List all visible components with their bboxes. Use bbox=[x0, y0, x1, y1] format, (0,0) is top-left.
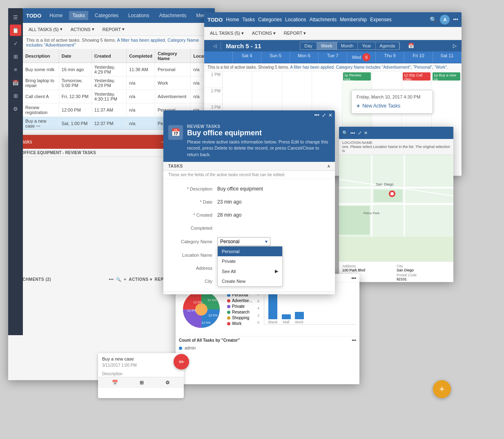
tooltip-add-btn[interactable]: + New Active Tasks bbox=[357, 103, 428, 109]
attachments-more-icon[interactable]: ••• bbox=[109, 277, 114, 282]
mobile-settings-icon[interactable]: ⚙ bbox=[165, 380, 170, 385]
modal-close-icon[interactable]: ✕ bbox=[328, 112, 332, 118]
field-label-location: Location Name bbox=[168, 253, 217, 258]
dropdown-item-private[interactable]: Private bbox=[218, 256, 282, 266]
cal-nav-tasks[interactable]: Tasks bbox=[242, 17, 255, 22]
cal-actions-btn[interactable]: ACTIONS ▾ bbox=[250, 30, 278, 37]
nav-attachments[interactable]: Attachments bbox=[156, 11, 190, 20]
category-value: Personal bbox=[220, 239, 239, 244]
nav-tasks[interactable]: Tasks bbox=[69, 11, 88, 20]
cal-more-icon[interactable]: ••• bbox=[453, 17, 458, 22]
tasks-sub-title-bar: ← Tasks — □ ✕ bbox=[8, 135, 180, 149]
map-expand-icon[interactable]: ⤢ bbox=[358, 130, 361, 136]
map-more-icon[interactable]: ••• bbox=[350, 130, 355, 135]
col-category: Category Name bbox=[155, 49, 191, 63]
table-row[interactable]: Bring laptop to repair Tomorrow, 5:00 PM… bbox=[23, 76, 215, 90]
sidebar-icon-tasks[interactable]: 📋 bbox=[10, 25, 21, 36]
add-fab-button[interactable]: + bbox=[433, 380, 451, 398]
attachments-actions-btn[interactable]: ACTIONS ▾ bbox=[129, 277, 152, 282]
cal-all-tasks-btn[interactable]: ALL TASKS (5) ▾ bbox=[207, 30, 246, 37]
creator-chart-legend: admin bbox=[176, 344, 359, 352]
chart-more-icon[interactable]: ••• bbox=[351, 275, 356, 280]
screenshot-container: ☰ 📋 ✓ ⊞ ≡ 📅 ⊞ ⚙ TODO Home Tasks Categori… bbox=[0, 0, 504, 439]
modal-section-header: TASKS ∧ bbox=[163, 162, 335, 171]
sidebar-icon-menu[interactable]: ☰ bbox=[10, 11, 21, 23]
modal-section-label: TASKS bbox=[168, 164, 183, 168]
table-row[interactable]: Call client A Fri, 12:30 PM Yesterday, 4… bbox=[23, 90, 215, 103]
sidebar-icon-list[interactable]: ≡ bbox=[10, 64, 21, 75]
category-dropdown[interactable]: Personal ▾ bbox=[217, 237, 270, 246]
sidebar-icon-calendar[interactable]: 📅 bbox=[10, 77, 21, 88]
cal-event-review[interactable]: 1p Review regi... bbox=[343, 72, 371, 81]
mobile-item-date: 3/11/2017 1:00 PM bbox=[98, 363, 184, 371]
cal-nav-categories[interactable]: Categories bbox=[258, 17, 282, 22]
nav-locations[interactable]: Locations bbox=[125, 11, 152, 20]
field-label-address: Address bbox=[168, 266, 217, 271]
cal-day-sat4: Sat 4 bbox=[233, 52, 261, 63]
report-btn[interactable]: REPORT ▾ bbox=[100, 26, 127, 33]
attachments-search-icon[interactable]: 🔍 bbox=[116, 277, 121, 282]
cal-view-day[interactable]: Day bbox=[300, 42, 317, 49]
cal-nav-membership[interactable]: Membership bbox=[340, 17, 367, 22]
add-icon: + bbox=[439, 384, 445, 394]
cal-avatar: A bbox=[440, 15, 450, 25]
nav-home[interactable]: Home bbox=[46, 11, 66, 20]
svg-text:37.5%: 37.5% bbox=[207, 298, 217, 302]
cal-filter-link[interactable]: A filter has been applied. Category Name… bbox=[290, 65, 448, 69]
cal-nav-locations[interactable]: Locations bbox=[285, 17, 306, 22]
edit-fab-button[interactable]: ✏ bbox=[174, 354, 189, 370]
dropdown-item-create-new[interactable]: Create New bbox=[218, 276, 282, 286]
sidebar-icon-grid[interactable]: ⊞ bbox=[10, 51, 21, 62]
modal-body: * Description Buy office equipment * Dat… bbox=[163, 179, 335, 291]
cal-nav-expenses[interactable]: Expenses bbox=[370, 17, 392, 22]
actions-btn[interactable]: ACTIONS ▾ bbox=[68, 26, 97, 33]
cal-nav-attachments[interactable]: Attachments bbox=[309, 17, 337, 22]
category-dropdown-wrapper: Personal ▾ Personal Private See All ▶ Cr… bbox=[217, 237, 270, 246]
legend-shopping: Shopping bbox=[227, 316, 252, 320]
svg-text:San: San bbox=[376, 182, 382, 186]
sidebar-icon-apps[interactable]: ⊞ bbox=[10, 90, 21, 101]
cal-view-month[interactable]: Month bbox=[337, 42, 358, 49]
svg-text:12.5%: 12.5% bbox=[201, 321, 211, 325]
legend-dot-work bbox=[227, 322, 230, 325]
field-label-description: * Description bbox=[168, 186, 217, 191]
table-row[interactable]: Buy some milk 16 min ago Yesterday, 4:29… bbox=[23, 63, 215, 76]
field-label-completed: Completed bbox=[168, 226, 217, 231]
mobile-grid-icon[interactable]: ⊞ bbox=[140, 380, 144, 385]
cal-event-buy[interactable]: 1p Buy a new ca bbox=[433, 72, 460, 81]
cal-prev-btn[interactable]: ◁ bbox=[209, 42, 221, 50]
mobile-calendar-icon[interactable]: 📅 bbox=[112, 380, 118, 385]
review-tasks-modal: ••• ⤢ ✕ 📅 REVIEW TASKS Buy office equipm… bbox=[163, 110, 335, 294]
dropdown-item-personal[interactable]: Personal bbox=[218, 246, 282, 256]
cal-view-week[interactable]: Week bbox=[317, 42, 337, 49]
map-close-icon[interactable]: ✕ bbox=[364, 130, 368, 136]
legend-research: Research bbox=[227, 310, 252, 314]
cal-view-year[interactable]: Year bbox=[358, 42, 375, 49]
cal-search-icon[interactable]: 🔍 bbox=[430, 16, 437, 23]
modal-dots-icon[interactable]: ••• bbox=[314, 112, 319, 118]
field-category: Category Name Personal ▾ Personal Privat… bbox=[163, 235, 335, 249]
sidebar-icon-settings[interactable]: ⚙ bbox=[10, 103, 21, 114]
attachments-add-icon[interactable]: + bbox=[124, 277, 126, 282]
cal-next-btn[interactable]: ▷ bbox=[453, 43, 457, 49]
map-svg: San Diego Petco Park bbox=[339, 155, 453, 237]
edit-icon: ✏ bbox=[179, 358, 184, 366]
modal-expand-icon[interactable]: ⤢ bbox=[322, 112, 326, 118]
cal-calendar-icon[interactable]: 📅 bbox=[408, 43, 414, 49]
calendar-tooltip: Friday, March 10, 2017 4:30 PM + New Act… bbox=[351, 90, 433, 114]
cal-event-call[interactable]: 12:30p Call clien bbox=[403, 72, 430, 81]
see-all-arrow-icon: ▶ bbox=[275, 269, 278, 274]
modal-section-collapse[interactable]: ∧ bbox=[327, 164, 330, 168]
map-search-icon[interactable]: 🔍 bbox=[342, 130, 348, 136]
cal-view-agenda[interactable]: Agenda bbox=[376, 42, 400, 49]
cal-nav-home[interactable]: Home bbox=[226, 17, 239, 22]
creator-chart-more[interactable]: ••• bbox=[352, 338, 356, 343]
cal-report-btn[interactable]: REPORT ▾ bbox=[281, 30, 309, 37]
nav-categories[interactable]: Categories bbox=[91, 11, 122, 20]
bar-mall: Mall bbox=[282, 314, 291, 324]
category-dropdown-arrow: ▾ bbox=[265, 239, 268, 244]
all-tasks-btn[interactable]: ALL TASKS (5) ▾ bbox=[26, 26, 65, 33]
sidebar-icon-check[interactable]: ✓ bbox=[10, 38, 21, 49]
dropdown-item-see-all[interactable]: See All ▶ bbox=[218, 266, 282, 276]
main-title-bar: TODO Home Tasks Categories Locations Att… bbox=[23, 8, 215, 23]
